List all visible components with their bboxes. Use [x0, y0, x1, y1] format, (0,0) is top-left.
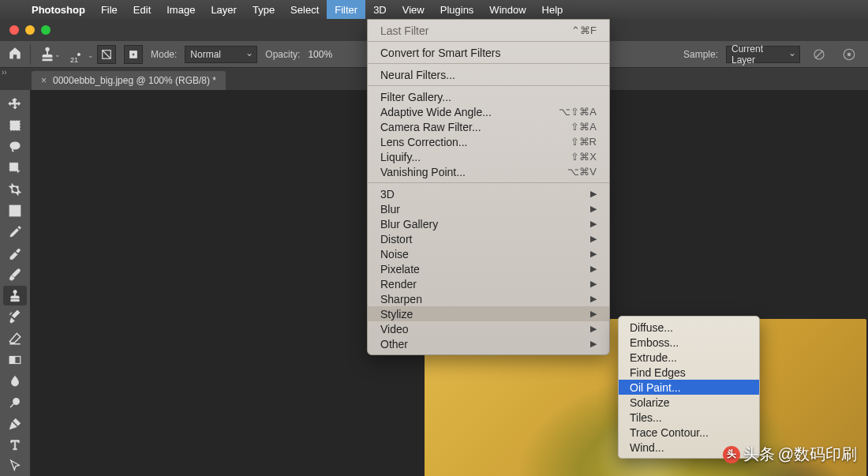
submenu-item-tiles[interactable]: Tiles...: [619, 410, 759, 425]
app-name[interactable]: Photoshop: [24, 4, 93, 16]
submenu-item-oil-paint[interactable]: Oil Paint...: [619, 380, 759, 395]
document-tab-label: 0000ebbb_big.jpeg @ 100% (RGB/8) *: [53, 75, 216, 86]
menu-file[interactable]: File: [93, 0, 125, 19]
frame-tool[interactable]: [3, 201, 27, 221]
submenu-item-emboss[interactable]: Emboss...: [619, 335, 759, 350]
menu-item-neural-filters[interactable]: Neural Filters...: [368, 67, 609, 82]
menu-item-convert-smart[interactable]: Convert for Smart Filters: [368, 45, 609, 60]
blend-mode-select[interactable]: Normal: [185, 46, 257, 63]
brush-tool[interactable]: [3, 265, 27, 285]
sample-select[interactable]: Current Layer: [726, 46, 800, 63]
close-tab-icon[interactable]: ×: [41, 75, 47, 86]
pressure-size-icon[interactable]: [838, 43, 860, 66]
menu-item-liquify[interactable]: Liquify...⇧⌘X: [368, 149, 609, 164]
watermark-logo-icon: 头: [723, 446, 740, 463]
minimize-icon[interactable]: [25, 25, 35, 35]
submenu-item-extrude[interactable]: Extrude...: [619, 350, 759, 365]
menu-3d[interactable]: 3D: [365, 0, 395, 19]
menu-item-render[interactable]: Render▶: [368, 276, 609, 291]
svg-rect-11: [9, 356, 15, 363]
submenu-item-find-edges[interactable]: Find Edges: [619, 365, 759, 380]
menu-filter[interactable]: Filter: [327, 0, 365, 19]
gradient-tool[interactable]: [3, 350, 27, 369]
submenu-item-solarize[interactable]: Solarize: [619, 395, 759, 410]
document-tab[interactable]: × 0000ebbb_big.jpeg @ 100% (RGB/8) *: [32, 71, 226, 90]
watermark-prefix: 头条: [743, 444, 775, 465]
stylize-submenu: Diffuse... Emboss... Extrude... Find Edg…: [618, 316, 760, 459]
svg-point-7: [10, 142, 20, 149]
menu-item-video[interactable]: Video▶: [368, 321, 609, 336]
menu-item-sharpen[interactable]: Sharpen▶: [368, 291, 609, 306]
traffic-lights: [0, 25, 51, 35]
dodge-tool[interactable]: [3, 392, 27, 412]
watermark: 头 头条 @数码印刷: [723, 444, 857, 465]
menu-window[interactable]: Window: [481, 0, 533, 19]
marquee-tool[interactable]: [3, 116, 27, 136]
svg-rect-6: [10, 121, 20, 130]
menu-item-vanishing-point[interactable]: Vanishing Point...⌥⌘V: [368, 164, 609, 179]
menu-item-distort[interactable]: Distort▶: [368, 231, 609, 246]
close-icon[interactable]: [9, 25, 19, 35]
brush-size-picker[interactable]: •21⌄: [69, 48, 89, 61]
watermark-handle: @数码印刷: [778, 444, 857, 465]
filter-menu-panel: Last Filter⌃⌘F Convert for Smart Filters…: [367, 19, 610, 355]
home-button[interactable]: [8, 46, 22, 62]
quick-select-tool[interactable]: [3, 159, 27, 178]
eyedropper-tool[interactable]: [3, 223, 27, 242]
menu-item-blur-gallery[interactable]: Blur Gallery▶: [368, 216, 609, 231]
tool-panel: [0, 90, 30, 476]
menu-item-adaptive-wide-angle[interactable]: Adaptive Wide Angle...⌥⇧⌘A: [368, 104, 609, 119]
svg-point-5: [847, 52, 851, 56]
submenu-item-diffuse[interactable]: Diffuse...: [619, 320, 759, 335]
tool-preset-picker[interactable]: ⌄: [39, 46, 61, 63]
clone-source-icon[interactable]: [124, 45, 143, 64]
history-brush-tool[interactable]: [3, 307, 27, 327]
menu-help[interactable]: Help: [534, 0, 571, 19]
type-tool[interactable]: [3, 435, 27, 455]
macos-menubar: Photoshop File Edit Image Layer Type Sel…: [0, 0, 868, 19]
blur-tool[interactable]: [3, 371, 27, 391]
menu-item-3d[interactable]: 3D▶: [368, 186, 609, 201]
menu-item-stylize[interactable]: Stylize▶: [368, 306, 609, 321]
menu-item-last-filter[interactable]: Last Filter⌃⌘F: [368, 23, 609, 38]
menu-type[interactable]: Type: [245, 0, 282, 19]
menu-edit[interactable]: Edit: [125, 0, 159, 19]
svg-point-12: [13, 398, 20, 404]
lasso-tool[interactable]: [3, 137, 27, 157]
submenu-item-trace-contour[interactable]: Trace Contour...: [619, 425, 759, 440]
menu-select[interactable]: Select: [282, 0, 327, 19]
svg-point-2: [132, 53, 135, 56]
move-tool[interactable]: [3, 95, 27, 114]
mode-label: Mode:: [151, 49, 177, 60]
opacity-label: Opacity:: [265, 49, 300, 60]
menu-item-other[interactable]: Other▶: [368, 336, 609, 351]
clone-stamp-tool[interactable]: [3, 286, 27, 305]
zoom-icon[interactable]: [41, 25, 51, 35]
menu-layer[interactable]: Layer: [203, 0, 245, 19]
menu-item-camera-raw[interactable]: Camera Raw Filter...⇧⌘A: [368, 119, 609, 134]
eraser-tool[interactable]: [3, 328, 27, 348]
menu-item-noise[interactable]: Noise▶: [368, 246, 609, 261]
crop-tool[interactable]: [3, 180, 27, 200]
toggle-brush-panel-icon[interactable]: [97, 45, 116, 64]
menu-item-pixelate[interactable]: Pixelate▶: [368, 261, 609, 276]
pen-tool[interactable]: [3, 414, 27, 433]
menu-item-lens-correction[interactable]: Lens Correction...⇧⌘R: [368, 134, 609, 149]
path-select-tool[interactable]: [3, 456, 27, 476]
ignore-adjustment-icon[interactable]: [808, 43, 830, 66]
opacity-value[interactable]: 100%: [308, 49, 332, 60]
menu-item-blur[interactable]: Blur▶: [368, 201, 609, 216]
healing-brush-tool[interactable]: [3, 244, 27, 264]
sample-label: Sample:: [683, 49, 718, 60]
menu-plugins[interactable]: Plugins: [432, 0, 482, 19]
menu-image[interactable]: Image: [159, 0, 203, 19]
menu-view[interactable]: View: [395, 0, 432, 19]
panel-expander-icon[interactable]: ››: [2, 68, 7, 77]
menu-item-filter-gallery[interactable]: Filter Gallery...: [368, 89, 609, 104]
